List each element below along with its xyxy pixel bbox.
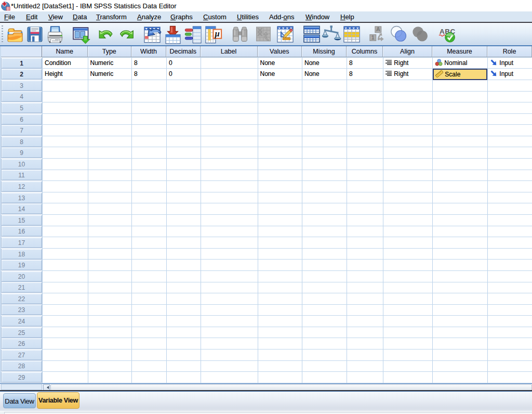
svg-text:A: A bbox=[376, 26, 380, 32]
svg-text:μ: μ bbox=[215, 29, 220, 38]
svg-text:1: 1 bbox=[371, 34, 375, 41]
